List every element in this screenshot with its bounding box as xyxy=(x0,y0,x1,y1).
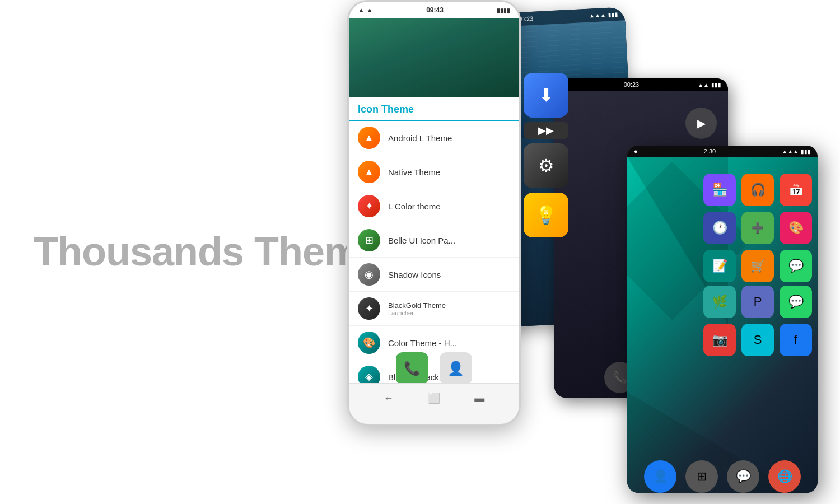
bottom-apps-drawer[interactable]: ⊞ xyxy=(685,460,718,493)
phone4-time: 2:30 xyxy=(704,148,716,155)
phones-container: ● 00:23 ▲▲▲ ▮▮▮ ▲ ▲ 09:43 ▮▮▮▮ xyxy=(336,0,840,504)
grid-app-calendar[interactable]: 📅 xyxy=(780,174,812,206)
android-l-icon: ▲ xyxy=(358,127,380,149)
app-list-header: Icon Theme xyxy=(349,97,519,121)
shadow-icons-icon: ◉ xyxy=(358,263,380,286)
phone2-device: ▲ ▲ 09:43 ▮▮▮▮ Icon Theme ▲ Android L Th… xyxy=(347,0,521,426)
grid-app-skype[interactable]: S xyxy=(741,324,774,356)
shadow-icons-label: Shadow Icons xyxy=(388,270,441,279)
grid-app-p[interactable]: P xyxy=(741,286,774,318)
phone4-wallpaper: 🏪 🎧 📅 🕐 ➕ 🎨 📝 🛒 💬 🌿 P 💬 📷 S f xyxy=(627,157,818,493)
phone1-status-icons: ▲▲▲ ▮▮▮ xyxy=(589,11,618,18)
phone4-status-icons: ▲▲▲ ▮▮▮ xyxy=(782,148,811,155)
color-theme-label: Color Theme - H... xyxy=(388,338,457,348)
blackgold-label: BlackGold Theme xyxy=(388,301,446,310)
settings-float-icon: ⚙ xyxy=(524,143,568,188)
bottom-messages[interactable]: 💬 xyxy=(727,460,759,493)
phone4-battery: ▮▮▮ xyxy=(801,148,811,155)
bulb-float-icon: 💡 xyxy=(524,193,568,237)
back-nav-icon[interactable]: ← xyxy=(381,390,396,406)
grid-app-clock[interactable]: 🕐 xyxy=(703,212,736,244)
phone4-status-bar: ● 2:30 ▲▲▲ ▮▮▮ xyxy=(627,146,818,157)
native-theme-icon-symbol: ▲ xyxy=(364,166,374,178)
grid-app-whatsapp[interactable]: 💬 xyxy=(780,250,812,282)
l-color-theme-label: L Color theme xyxy=(388,202,441,211)
phone4-bottom-dock: 👤 ⊞ 💬 🌐 xyxy=(627,455,818,493)
l-color-icon-symbol: ✦ xyxy=(365,200,374,212)
phone3-wifi: ▲▲ xyxy=(698,82,709,88)
float-icons-group: ⬇ ▶▶ ⚙ 💡 xyxy=(524,73,568,237)
phone2-wallpaper xyxy=(349,18,519,97)
grid-app-evernote2[interactable]: 🌿 xyxy=(703,286,736,318)
blackgold-sublabel: Launcher xyxy=(388,310,446,316)
recent-nav-icon[interactable]: ▬ xyxy=(472,390,487,406)
download-float-icon: ⬇ xyxy=(524,73,568,118)
android-l-theme-label: Android L Theme xyxy=(388,133,452,143)
phone2-time: 09:43 xyxy=(426,6,444,14)
native-theme-icon: ▲ xyxy=(358,161,380,183)
l-color-icon: ✦ xyxy=(358,195,380,217)
phone2-status-icons: ▮▮▮▮ xyxy=(497,7,510,13)
grid-app-shop[interactable]: 🛒 xyxy=(741,250,774,282)
contacts-dock-icon: 👤 xyxy=(440,352,472,385)
blackgold-icon-symbol: ✦ xyxy=(365,302,374,315)
phone4-device: ● 2:30 ▲▲▲ ▮▮▮ 🏪 🎧 📅 🕐 ➕ 🎨 📝 🛒 💬 xyxy=(627,146,818,493)
list-item[interactable]: ⊞ Belle UI Icon Pa... xyxy=(349,223,519,258)
list-item[interactable]: ◉ Shadow Icons xyxy=(349,258,519,292)
grid-app-evernote[interactable]: 📝 xyxy=(703,250,736,282)
app-grid: 🏪 🎧 📅 🕐 ➕ 🎨 📝 🛒 💬 xyxy=(703,174,812,282)
list-item[interactable]: ✦ BlackGold Theme Launcher xyxy=(349,292,519,326)
phone3-time: 00:23 xyxy=(624,81,640,88)
phone-dock-icon: 📞 xyxy=(396,352,428,385)
belle-ui-icon: ⊞ xyxy=(358,229,380,251)
arrow-row-icon: ▶▶ xyxy=(524,122,568,139)
phone2-status-bar: ▲ ▲ 09:43 ▮▮▮▮ xyxy=(349,2,519,18)
phone2-signal-wifi: ▲ ▲ xyxy=(358,6,373,14)
native-theme-label: Native Theme xyxy=(388,167,440,177)
belle-ui-label: Belle UI Icon Pa... xyxy=(388,236,455,245)
phone4-wifi: ▲▲▲ xyxy=(782,148,799,155)
hero-title: Thousands Theme xyxy=(34,230,381,274)
bottom-contacts[interactable]: 👤 xyxy=(644,460,676,493)
phone3-status-icons: ▲▲ ▮▮▮ xyxy=(698,81,721,88)
list-item[interactable]: ✦ L Color theme xyxy=(349,189,519,223)
play-circle-btn[interactable]: ▶ xyxy=(685,108,717,139)
phone2-navbar: ← ⬜ ▬ xyxy=(349,383,519,413)
belle-ui-icon-symbol: ⊞ xyxy=(365,234,374,246)
grid-app-camera[interactable]: 🎨 xyxy=(780,212,812,244)
grid-app-store[interactable]: 🏪 xyxy=(703,174,736,206)
app-list: Icon Theme ▲ Android L Theme ▲ Native Th… xyxy=(349,97,519,394)
phone1-battery: ▮▮▮ xyxy=(608,11,618,17)
list-item[interactable]: ▲ Android L Theme xyxy=(349,121,519,155)
app-grid-row2: 🌿 P 💬 📷 S f xyxy=(703,286,812,356)
grid-app-wa[interactable]: 💬 xyxy=(780,286,812,318)
color-theme-icon: 🎨 xyxy=(358,332,380,354)
bottom-chrome[interactable]: 🌐 xyxy=(768,460,801,493)
blackgold-icon: ✦ xyxy=(358,297,380,320)
phone2-battery-icon: ▮▮▮▮ xyxy=(497,7,510,13)
grid-app-calc[interactable]: ➕ xyxy=(741,212,774,244)
grid-app-headphone[interactable]: 🎧 xyxy=(741,174,774,206)
phone3-battery: ▮▮▮ xyxy=(711,82,721,88)
phone2-inner: ▲ ▲ 09:43 ▮▮▮▮ Icon Theme ▲ Android L Th… xyxy=(349,2,519,424)
color-theme-symbol: 🎨 xyxy=(363,337,375,349)
list-item[interactable]: ▲ Native Theme xyxy=(349,155,519,189)
android-l-icon-symbol: ▲ xyxy=(364,132,374,144)
grid-app-fb[interactable]: f xyxy=(780,324,812,356)
phone1-signal: ▲▲▲ xyxy=(589,12,606,19)
phone3-status-bar: ● 00:23 ▲▲ ▮▮▮ xyxy=(554,78,728,91)
phone2-dock: 📞 👤 xyxy=(349,352,519,385)
shadow-icons-symbol: ◉ xyxy=(365,268,374,281)
home-nav-icon[interactable]: ⬜ xyxy=(426,390,442,406)
grid-app-insta[interactable]: 📷 xyxy=(703,324,736,356)
icon-theme-label: Icon Theme xyxy=(358,104,414,115)
phone4-dot: ● xyxy=(634,148,638,155)
